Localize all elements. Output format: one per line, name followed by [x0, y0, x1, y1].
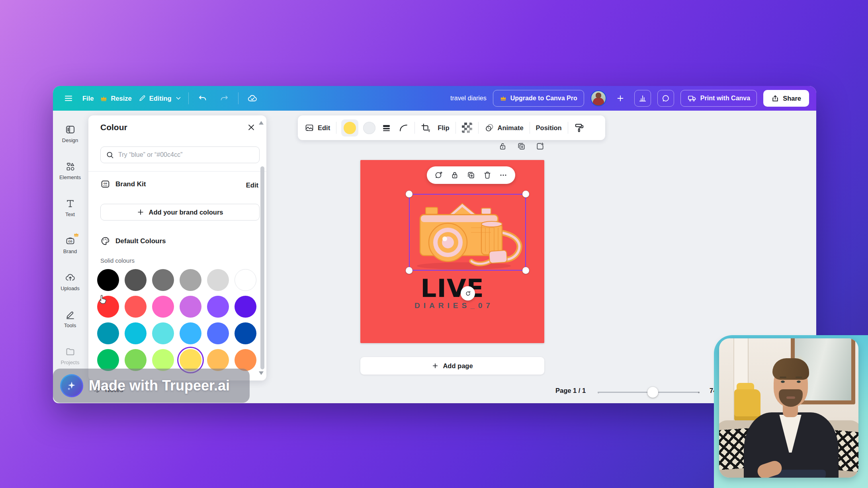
colour-swatch-coral-red[interactable] [125, 296, 147, 318]
resize-handle-top-left[interactable] [406, 191, 412, 197]
edit-image-label: Edit [318, 124, 330, 132]
user-avatar[interactable] [590, 90, 606, 106]
sidebar-item-projects[interactable]: Projects [55, 339, 86, 373]
sidebar-item-elements[interactable]: Elements [55, 154, 86, 187]
crop-button[interactable] [420, 123, 432, 133]
secondary-fill-swatch[interactable] [363, 122, 375, 134]
duplicate-icon[interactable] [467, 171, 475, 180]
toolbar-separator [456, 122, 456, 134]
scroll-down-arrow[interactable] [259, 371, 264, 377]
document-title[interactable]: travel diaries [450, 95, 487, 102]
sidebar-item-design[interactable]: Design [55, 117, 86, 150]
selection-box[interactable] [409, 194, 526, 271]
editing-mode-dropdown[interactable]: Editing [138, 94, 182, 102]
header-separator [238, 92, 239, 104]
scroll-up-arrow[interactable] [259, 119, 264, 125]
sidebar-item-tools[interactable]: Tools [55, 302, 86, 336]
sidebar-item-brand[interactable]: co Brand [55, 228, 86, 262]
delete-icon[interactable] [483, 171, 492, 180]
animate-button[interactable]: Animate [483, 123, 525, 133]
corner-rounding-button[interactable] [397, 123, 410, 133]
share-upload-icon [771, 94, 779, 102]
resize-handle-bottom-left[interactable] [406, 267, 412, 274]
colour-swatch-pink[interactable] [152, 296, 174, 318]
colour-swatch-yellow[interactable] [180, 349, 201, 371]
hamburger-menu-button[interactable] [61, 91, 76, 106]
colour-swatch-orchid[interactable] [180, 296, 201, 318]
panel-scrollbar[interactable] [260, 166, 264, 369]
colour-swatch-peach-orange[interactable] [207, 349, 229, 371]
more-options-icon[interactable] [499, 171, 508, 180]
colour-swatch-cyan[interactable] [125, 322, 147, 344]
canvas-heading-text[interactable]: LIVE [360, 274, 544, 303]
redo-button[interactable] [217, 91, 232, 106]
colour-swatch-white[interactable] [235, 269, 256, 291]
uploads-icon [65, 272, 76, 283]
resize-handle-top-right[interactable] [522, 191, 529, 197]
yellow-chair [734, 389, 760, 421]
mouse-cursor-hand [97, 294, 109, 306]
lock-icon[interactable] [450, 171, 459, 180]
tools-icon [65, 309, 76, 320]
print-with-canva-button[interactable]: Print with Canva [680, 90, 757, 107]
file-menu-button[interactable]: File [82, 95, 94, 102]
colour-swatch-purple[interactable] [207, 296, 229, 318]
transparency-button[interactable] [461, 123, 473, 133]
line-weight-button[interactable] [380, 123, 393, 133]
colour-swatch-violet[interactable] [235, 296, 256, 318]
resize-handle-bottom-right[interactable] [522, 267, 529, 274]
comments-button[interactable] [657, 90, 674, 107]
colour-fill-button[interactable] [341, 119, 358, 137]
close-panel-button[interactable] [246, 122, 257, 133]
undo-button[interactable] [195, 91, 210, 106]
plus-icon [616, 94, 625, 103]
presenter-eyebrow [796, 377, 802, 378]
insights-button[interactable] [634, 90, 651, 107]
slider-thumb[interactable] [647, 387, 658, 398]
colour-swatch-mid-grey[interactable] [180, 269, 201, 291]
invite-member-button[interactable] [613, 91, 628, 106]
colour-search-box[interactable] [100, 146, 260, 163]
add-page-icon[interactable] [536, 142, 545, 151]
cloud-check-icon [247, 93, 258, 103]
copy-style-roller-button[interactable] [573, 123, 586, 133]
sidebar-item-text[interactable]: Text [55, 191, 86, 224]
upgrade-button[interactable]: Upgrade to Canva Pro [493, 90, 584, 107]
unlock-page-icon[interactable] [498, 142, 507, 151]
zoom-slider[interactable] [598, 387, 700, 397]
colour-swatch-royal-blue[interactable] [207, 322, 229, 344]
brand-kit-edit-link[interactable]: Edit [246, 182, 258, 189]
colour-swatch-dark-grey[interactable] [125, 269, 147, 291]
comment-add-icon[interactable] [434, 171, 443, 180]
presenter-video[interactable] [719, 338, 858, 478]
colour-swatch-black[interactable] [97, 269, 119, 291]
sidebar-item-label: Design [62, 137, 78, 143]
header-separator [188, 92, 189, 104]
colour-swatch-light-blue[interactable] [180, 322, 201, 344]
colour-swatch-teal[interactable] [97, 322, 119, 344]
resize-menu-button[interactable]: Resize [100, 95, 131, 102]
duplicate-page-icon[interactable] [517, 142, 526, 151]
colour-swatch-light-grey[interactable] [207, 269, 229, 291]
share-button[interactable]: Share [763, 90, 809, 107]
sidebar-item-uploads[interactable]: Uploads [55, 265, 86, 299]
edit-image-button[interactable]: Edit [303, 123, 331, 133]
colour-swatch-grey[interactable] [152, 269, 174, 291]
colour-swatch-navy[interactable] [235, 322, 256, 344]
redo-icon [219, 94, 229, 103]
canvas-page[interactable]: LIVE DIARIES_07 [360, 160, 544, 343]
position-button[interactable]: Position [535, 124, 563, 132]
colour-swatch-grass-green[interactable] [125, 349, 147, 371]
colour-swatch-orange[interactable] [235, 349, 256, 371]
colour-search-input[interactable] [118, 151, 254, 158]
colour-swatch-green[interactable] [97, 349, 119, 371]
design-icon [65, 124, 76, 135]
add-page-button[interactable]: Add page [360, 357, 544, 375]
crown-icon [100, 95, 108, 102]
canvas-subheading-text[interactable]: DIARIES_07 [360, 301, 544, 310]
colour-swatch-turquoise[interactable] [152, 322, 174, 344]
add-brand-colours-button[interactable]: Add your brand colours [100, 204, 260, 221]
flip-button[interactable]: Flip [436, 124, 450, 132]
rotate-handle[interactable] [461, 286, 475, 301]
colour-swatch-lime[interactable] [152, 349, 174, 371]
